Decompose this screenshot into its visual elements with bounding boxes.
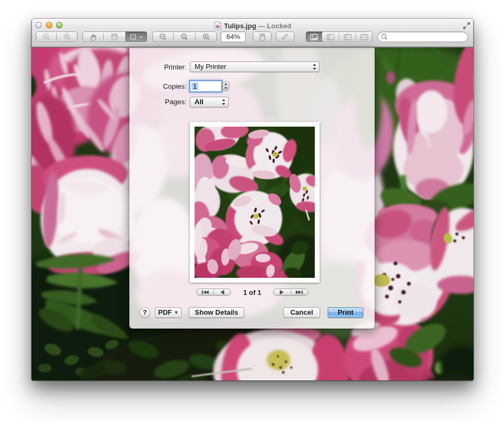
svg-text:A: A [113,34,117,40]
svg-text:1: 1 [183,34,185,39]
